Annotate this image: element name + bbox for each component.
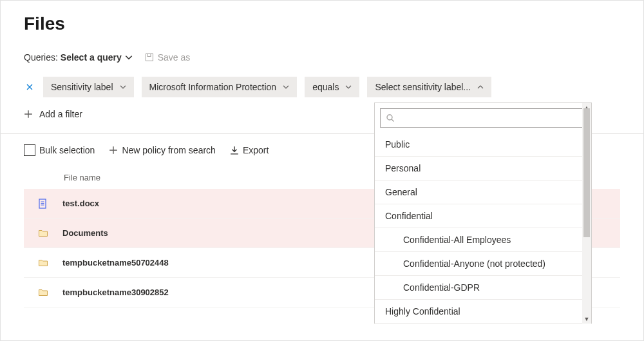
svg-line-3 (392, 119, 394, 122)
queries-row: Queries: Select a query Save as (24, 52, 620, 63)
file-name: tempbucketname50702448 (62, 258, 169, 268)
dropdown-item[interactable]: Confidential-GDPR (375, 276, 591, 300)
new-policy-button[interactable]: New policy from search (109, 145, 216, 155)
close-icon[interactable] (24, 81, 35, 93)
filter-source-pill[interactable]: Microsoft Information Protection (142, 77, 298, 97)
dropdown-item[interactable]: Confidential-Anyone (not protected) (375, 252, 591, 276)
download-icon (230, 146, 239, 155)
page-title: Files (24, 14, 620, 34)
svg-rect-0 (146, 54, 153, 61)
chevron-up-icon (477, 84, 484, 90)
scrollbar[interactable]: ▲ ▼ (582, 103, 591, 324)
chevron-down-icon (283, 84, 289, 90)
queries-label: Queries: Select a query (24, 52, 133, 63)
filter-field-pill[interactable]: Sensitivity label (43, 77, 134, 97)
chevron-down-icon (120, 84, 126, 90)
svg-rect-1 (147, 54, 151, 57)
query-select[interactable]: Select a query (61, 52, 133, 63)
chevron-down-icon (345, 84, 352, 90)
dropdown-item[interactable]: Confidential-All Employees (375, 228, 591, 252)
dropdown-item[interactable]: Highly Confidential (375, 300, 591, 324)
save-as-button: Save as (145, 52, 191, 63)
chevron-down-icon (124, 53, 133, 62)
filter-value-pill[interactable]: Select sensitivity label... (367, 77, 491, 97)
dropdown-item[interactable]: Confidential (375, 204, 591, 228)
file-name: tempbucketname30902852 (62, 287, 169, 297)
search-icon (386, 113, 395, 122)
save-icon (145, 53, 154, 62)
sensitivity-label-dropdown: PublicPersonalGeneralConfidentialConfide… (374, 102, 592, 324)
dropdown-search-input[interactable] (380, 108, 586, 128)
bulk-selection[interactable]: Bulk selection (24, 144, 95, 156)
dropdown-list: PublicPersonalGeneralConfidentialConfide… (375, 133, 591, 324)
export-button[interactable]: Export (230, 145, 269, 155)
svg-point-2 (387, 115, 392, 120)
dropdown-item[interactable]: Public (375, 133, 591, 157)
filter-operator-pill[interactable]: equals (305, 77, 359, 97)
file-name: Documents (62, 228, 108, 238)
file-name: test.docx (62, 199, 99, 208)
plus-icon (24, 110, 33, 119)
scroll-thumb[interactable] (583, 108, 590, 237)
dropdown-item[interactable]: General (375, 180, 591, 204)
plus-icon (109, 146, 118, 155)
checkbox[interactable] (24, 144, 35, 156)
filter-row: Sensitivity label Microsoft Information … (24, 77, 620, 97)
scroll-down-arrow[interactable]: ▼ (582, 315, 591, 324)
dropdown-item[interactable]: Personal (375, 157, 591, 180)
